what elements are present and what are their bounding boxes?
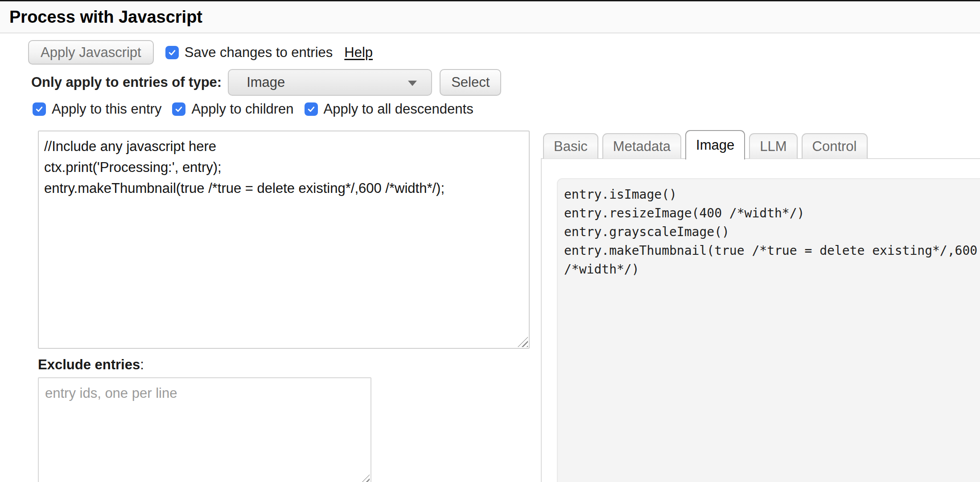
type-filter-row: Only apply to entries of type: Image Sel… xyxy=(31,69,980,96)
chevron-down-icon xyxy=(408,81,417,86)
help-tab-bar: Basic Metadata Image LLM Control xyxy=(543,130,868,159)
page-header: Process with Javascript xyxy=(0,1,980,33)
entry-type-dropdown[interactable]: Image xyxy=(228,69,432,96)
entry-type-value: Image xyxy=(229,74,285,90)
tab-basic[interactable]: Basic xyxy=(543,133,598,159)
toolbar-row: Apply Javascript Save changes to entries… xyxy=(28,40,980,65)
apply-children-label: Apply to children xyxy=(191,101,293,117)
javascript-editor[interactable]: //Include any javascript here ctx.print(… xyxy=(38,131,530,349)
apply-this-entry-label: Apply to this entry xyxy=(52,101,161,117)
apply-children-checkbox[interactable]: Apply to children xyxy=(172,101,293,117)
scope-row: Apply to this entry Apply to children Ap… xyxy=(33,101,980,117)
apply-descendents-checkbox[interactable]: Apply to all descendents xyxy=(305,101,474,117)
save-changes-checkbox[interactable]: Save changes to entries xyxy=(165,45,333,61)
help-panel: entry.isImage() entry.resizeImage(400 /*… xyxy=(541,158,980,482)
type-filter-label: Only apply to entries of type: xyxy=(31,74,222,90)
checkbox-checked-icon xyxy=(305,102,318,116)
select-type-button[interactable]: Select xyxy=(440,69,501,96)
apply-javascript-button[interactable]: Apply Javascript xyxy=(28,40,154,65)
tab-control[interactable]: Control xyxy=(802,133,868,159)
checkbox-checked-icon xyxy=(165,46,179,59)
help-link[interactable]: Help xyxy=(344,45,373,61)
exclude-entries-container xyxy=(38,377,371,482)
tab-llm[interactable]: LLM xyxy=(749,133,797,159)
save-changes-label: Save changes to entries xyxy=(185,45,333,61)
code-examples-block: entry.isImage() entry.resizeImage(400 /*… xyxy=(557,178,980,482)
javascript-editor-container: //Include any javascript here ctx.print(… xyxy=(38,131,530,349)
exclude-entries-input[interactable] xyxy=(38,377,371,482)
tab-image[interactable]: Image xyxy=(685,130,745,159)
tab-metadata[interactable]: Metadata xyxy=(602,133,681,159)
page-title: Process with Javascript xyxy=(9,7,980,27)
checkbox-checked-icon xyxy=(33,102,46,116)
checkbox-checked-icon xyxy=(172,102,185,116)
apply-this-entry-checkbox[interactable]: Apply to this entry xyxy=(33,101,161,117)
apply-descendents-label: Apply to all descendents xyxy=(324,101,474,117)
